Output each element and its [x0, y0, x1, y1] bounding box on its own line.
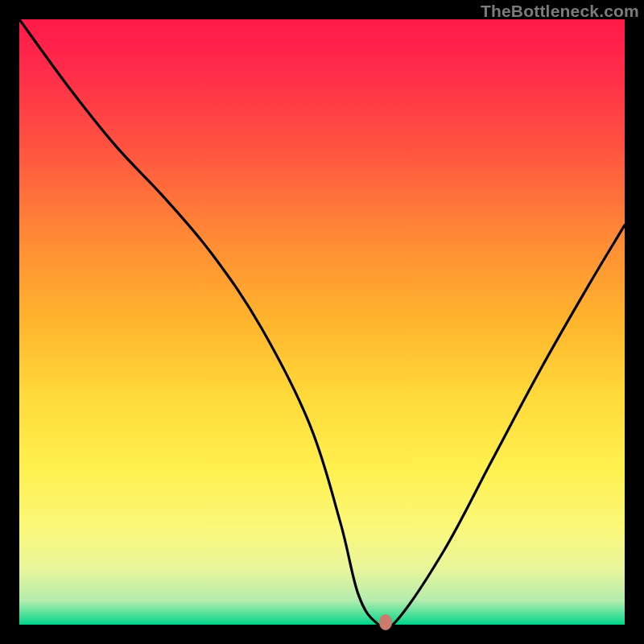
curve-marker: [379, 614, 392, 630]
chart-frame: TheBottleneck.com: [0, 0, 644, 644]
watermark-text: TheBottleneck.com: [481, 2, 639, 21]
curve-line: [19, 19, 625, 625]
plot-area: [19, 19, 625, 625]
curve-svg: [19, 19, 625, 625]
